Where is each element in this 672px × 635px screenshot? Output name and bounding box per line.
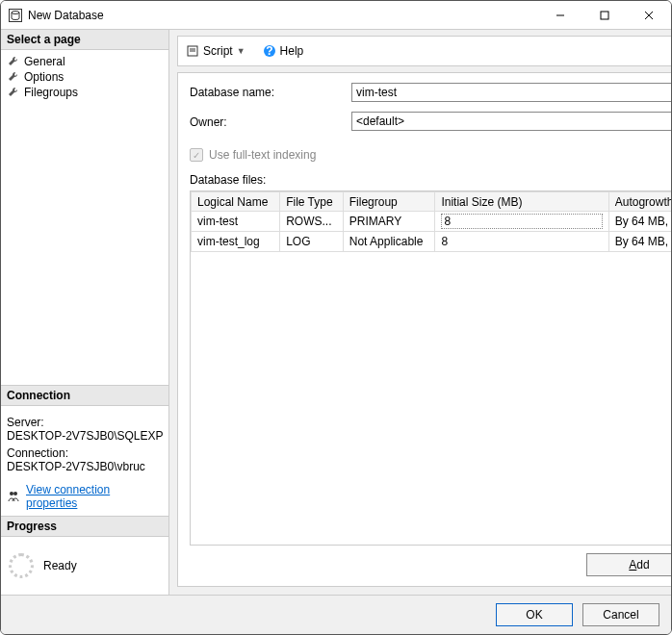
add-button[interactable]: Add xyxy=(586,553,672,576)
table-row[interactable]: vim-test ROWS... PRIMARY By 64 MB, Unlim… xyxy=(192,212,673,232)
page-general[interactable]: General xyxy=(1,54,168,69)
cell-logical-name[interactable]: vim-test_log xyxy=(192,232,280,252)
server-label: Server: xyxy=(7,416,163,429)
script-icon xyxy=(186,44,199,58)
cancel-button[interactable]: Cancel xyxy=(582,603,659,626)
page-label: Filegroups xyxy=(24,86,78,99)
col-autogrowth[interactable]: Autogrowth / Maxsize xyxy=(608,192,672,212)
progress-spinner-icon xyxy=(9,553,34,578)
chevron-down-icon[interactable]: ▼ xyxy=(237,46,246,56)
database-files-table: Logical Name File Type Filegroup Initial… xyxy=(191,191,672,252)
col-filegroup[interactable]: Filegroup xyxy=(343,192,435,212)
maximize-button[interactable] xyxy=(582,1,627,29)
help-button[interactable]: ? Help xyxy=(259,42,308,60)
script-button[interactable]: Script ▼ xyxy=(182,42,249,60)
progress-header: Progress xyxy=(1,516,168,537)
connection-header: Connection xyxy=(1,385,168,406)
svg-point-5 xyxy=(10,492,13,495)
progress-panel: Ready xyxy=(1,537,168,595)
database-files-label: Database files: xyxy=(190,173,672,187)
dialog-footer: OK Cancel xyxy=(1,595,671,634)
cell-file-type[interactable]: LOG xyxy=(280,232,344,252)
fulltext-label: Use full-text indexing xyxy=(209,148,316,162)
general-page-form: Database name: Owner: ... ✓ Use full-tex… xyxy=(177,72,672,587)
svg-text:?: ? xyxy=(266,44,272,58)
wrench-icon xyxy=(7,55,20,68)
wrench-icon xyxy=(7,70,20,84)
fulltext-checkbox: ✓ xyxy=(190,148,203,162)
cell-logical-name[interactable]: vim-test xyxy=(192,212,280,232)
help-label: Help xyxy=(280,44,304,58)
table-row[interactable]: vim-test_log LOG Not Applicable 8 By 64 … xyxy=(192,232,673,252)
page-filegroups[interactable]: Filegroups xyxy=(1,85,168,100)
minimize-button[interactable] xyxy=(538,1,582,29)
owner-label: Owner: xyxy=(190,115,344,129)
connection-label: Connection: xyxy=(7,446,163,460)
col-logical-name[interactable]: Logical Name xyxy=(192,192,280,212)
cell-filegroup[interactable]: PRIMARY xyxy=(343,212,435,232)
owner-input[interactable] xyxy=(351,112,672,131)
ok-button[interactable]: OK xyxy=(496,603,573,626)
dbname-label: Database name: xyxy=(190,86,344,99)
connection-value: DESKTOP-2V7SJB0\vbruc xyxy=(7,460,163,473)
titlebar: New Database xyxy=(1,1,671,30)
wrench-icon xyxy=(7,86,20,99)
cell-initial-size[interactable] xyxy=(435,212,608,232)
script-label: Script xyxy=(203,44,233,58)
help-icon: ? xyxy=(263,44,276,58)
cell-autogrowth[interactable]: By 64 MB, Unlimited xyxy=(608,232,672,252)
col-initial-size[interactable]: Initial Size (MB) xyxy=(435,192,608,212)
cell-file-type[interactable]: ROWS... xyxy=(280,212,344,232)
view-connection-properties-link[interactable]: View connection properties xyxy=(26,483,163,510)
add-rest: dd xyxy=(636,558,649,572)
left-panel: Select a page General Options Filegroups… xyxy=(1,30,169,595)
svg-point-6 xyxy=(13,492,17,495)
right-panel: Script ▼ ? Help Database name: Owner: xyxy=(169,30,672,595)
database-files-table-wrap[interactable]: Logical Name File Type Filegroup Initial… xyxy=(190,190,672,546)
server-value: DESKTOP-2V7SJB0\SQLEXPRESS xyxy=(7,429,163,443)
window-title: New Database xyxy=(28,9,538,22)
page-label: General xyxy=(24,55,65,68)
dbname-input[interactable] xyxy=(351,83,672,102)
svg-point-0 xyxy=(12,11,19,13)
connection-panel: Server: DESKTOP-2V7SJB0\SQLEXPRESS Conne… xyxy=(1,406,168,516)
cell-initial-size[interactable]: 8 xyxy=(435,232,608,252)
app-icon xyxy=(9,9,22,22)
select-page-header: Select a page xyxy=(1,30,168,50)
cell-autogrowth[interactable]: By 64 MB, Unlimited xyxy=(608,212,672,232)
col-file-type[interactable]: File Type xyxy=(280,192,344,212)
window-buttons xyxy=(538,1,671,29)
file-buttons: Add Remove xyxy=(190,553,672,576)
fulltext-row: ✓ Use full-text indexing xyxy=(190,148,672,162)
progress-text: Ready xyxy=(43,559,77,572)
initial-size-input[interactable] xyxy=(441,214,602,229)
new-database-window: New Database Select a page General Optio… xyxy=(0,0,672,635)
close-button[interactable] xyxy=(627,1,671,29)
left-spacer xyxy=(1,108,168,385)
svg-rect-2 xyxy=(601,12,608,19)
page-label: Options xyxy=(24,70,64,84)
page-list: General Options Filegroups xyxy=(1,50,168,108)
toolbar: Script ▼ ? Help xyxy=(177,36,672,66)
people-icon xyxy=(7,490,20,503)
cell-filegroup[interactable]: Not Applicable xyxy=(343,232,435,252)
page-options[interactable]: Options xyxy=(1,69,168,85)
dialog-body: Select a page General Options Filegroups… xyxy=(1,30,671,595)
